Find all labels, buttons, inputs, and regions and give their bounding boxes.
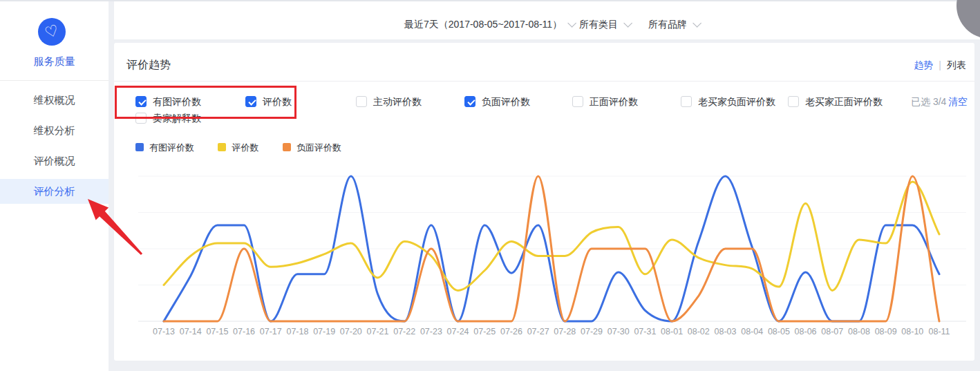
filter-repeat-buyer-negative[interactable]: 老买家负面评价数 <box>681 96 775 107</box>
legend-swatch-icon <box>135 143 144 151</box>
x-axis-label: 08-04 <box>741 327 763 336</box>
checkbox-icon[interactable] <box>356 96 367 107</box>
x-axis-label: 08-05 <box>768 327 790 336</box>
service-quality-icon: ♡ <box>38 18 66 46</box>
x-axis-label: 08-01 <box>661 327 683 336</box>
heart-icon: ♡ <box>43 22 61 41</box>
checkbox-icon[interactable] <box>135 96 147 107</box>
x-axis-label: 07-23 <box>420 327 442 336</box>
toggle-trend[interactable]: 趋势 <box>914 59 933 70</box>
x-axis-label: 07-13 <box>153 327 175 336</box>
date-range-value: 最近7天（2017-08-05~2017-08-11） <box>404 19 562 30</box>
filter-label: 正面评价数 <box>590 96 638 107</box>
clear-selection-link[interactable]: 清空 <box>948 96 968 108</box>
x-axis-label: 07-26 <box>500 327 522 336</box>
filter-review-count[interactable]: 评价数 <box>245 96 292 107</box>
page: ♡ 服务质量 维权概况 维权分析 评价概况 评价分析 最近7天（2017-08-… <box>0 0 980 371</box>
x-axis-label: 07-20 <box>340 327 362 336</box>
trend-line-chart: 07-1307-1407-1507-1607-1707-1807-1907-20… <box>138 166 966 344</box>
x-axis-label: 07-22 <box>393 327 415 336</box>
x-axis-label: 07-24 <box>447 327 469 336</box>
panel-divider <box>114 81 974 82</box>
x-axis-label: 07-21 <box>367 327 389 336</box>
filter-label: 评价数 <box>263 96 292 107</box>
toggle-separator: | <box>939 59 941 70</box>
sidebar-item-review-overview[interactable]: 评价概况 <box>0 149 109 173</box>
date-range-dropdown[interactable]: 最近7天（2017-08-05~2017-08-11） <box>404 19 574 31</box>
legend-label: 负面评价数 <box>296 142 341 153</box>
filter-label: 有图评价数 <box>153 96 201 107</box>
selected-count: 已选 3/4 <box>911 96 946 108</box>
x-axis-label: 07-14 <box>180 327 202 336</box>
filter-repeat-buyer-positive[interactable]: 老买家正面评价数 <box>788 96 883 107</box>
x-axis-label: 07-27 <box>527 327 549 336</box>
review-trend-panel: 评价趋势 趋势|列表 有图评价数 评价数 主动评价数 负面评价数 正面评价数 老… <box>114 43 974 361</box>
x-axis-label: 07-16 <box>233 327 255 336</box>
chart-legend: 有图评价数 评价数 负面评价数 <box>135 141 362 151</box>
x-axis-label: 07-19 <box>313 327 335 336</box>
filter-label: 老买家正面评价数 <box>805 96 883 107</box>
sidebar-divider <box>0 80 109 81</box>
x-axis-label: 07-17 <box>260 327 282 336</box>
category-value: 所有类目 <box>579 19 618 30</box>
brand-value: 所有品牌 <box>648 19 687 30</box>
sidebar-item-weiquan-overview[interactable]: 维权概况 <box>0 88 109 113</box>
x-axis-label: 07-15 <box>206 327 228 336</box>
panel-title: 评价趋势 <box>126 58 171 73</box>
legend-swatch-icon <box>283 143 291 151</box>
x-axis-label: 08-06 <box>795 327 817 336</box>
x-axis-label: 08-07 <box>821 327 843 336</box>
checkbox-icon[interactable] <box>788 96 799 107</box>
sidebar-item-weiquan-analysis[interactable]: 维权分析 <box>0 118 109 143</box>
sidebar-item-review-analysis[interactable]: 评价分析 <box>0 179 109 204</box>
filter-label: 卖家解释数 <box>153 113 201 124</box>
brand-dropdown[interactable]: 所有品牌 <box>648 19 699 31</box>
chevron-down-icon <box>567 19 576 28</box>
legend-label: 评价数 <box>232 142 258 153</box>
legend-swatch-icon <box>218 143 226 151</box>
sidebar-title: 服务质量 <box>0 55 109 68</box>
filter-label: 老买家负面评价数 <box>698 96 775 107</box>
filter-active-reviews[interactable]: 主动评价数 <box>356 96 422 107</box>
x-axis-label: 08-11 <box>928 327 950 336</box>
checkbox-icon[interactable] <box>572 96 583 107</box>
filter-with-image-reviews[interactable]: 有图评价数 <box>135 96 201 107</box>
x-axis-label: 08-10 <box>901 327 923 336</box>
checkbox-icon[interactable] <box>245 96 256 107</box>
view-toggle: 趋势|列表 <box>914 59 966 72</box>
topbar: 最近7天（2017-08-05~2017-08-11） 所有类目 所有品牌 <box>114 1 980 39</box>
x-axis-label: 07-29 <box>581 327 603 336</box>
filter-positive-reviews[interactable]: 正面评价数 <box>572 96 638 107</box>
x-axis-label: 07-25 <box>473 327 496 336</box>
legend-item-with-image-reviews[interactable]: 有图评价数 <box>135 142 194 154</box>
x-axis-label: 07-30 <box>607 327 630 336</box>
filter-seller-explanations[interactable]: 卖家解释数 <box>135 113 201 124</box>
x-axis-label: 07-31 <box>634 327 656 336</box>
x-axis-label: 07-18 <box>286 327 308 336</box>
filter-label: 主动评价数 <box>373 96 422 107</box>
legend-item-negative-reviews[interactable]: 负面评价数 <box>283 142 341 154</box>
filter-label: 负面评价数 <box>482 96 530 107</box>
x-axis-label: 07-28 <box>554 327 576 336</box>
sidebar: ♡ 服务质量 维权概况 维权分析 评价概况 评价分析 <box>0 1 109 371</box>
filter-negative-reviews[interactable]: 负面评价数 <box>464 96 530 107</box>
chevron-down-icon <box>623 19 632 28</box>
x-axis-label: 08-03 <box>714 327 736 336</box>
category-dropdown[interactable]: 所有类目 <box>579 19 630 31</box>
toggle-list[interactable]: 列表 <box>947 59 966 70</box>
checkbox-icon[interactable] <box>135 113 147 124</box>
legend-item-review-count[interactable]: 评价数 <box>218 142 258 154</box>
chevron-down-icon <box>692 19 701 28</box>
sidebar-menu: 维权概况 维权分析 评价概况 评价分析 <box>0 88 109 209</box>
checkbox-icon[interactable] <box>464 96 475 107</box>
legend-label: 有图评价数 <box>149 142 194 153</box>
x-axis-label: 08-09 <box>875 327 897 336</box>
checkbox-icon[interactable] <box>681 96 692 107</box>
x-axis-label: 08-02 <box>688 327 710 336</box>
x-axis-label: 08-08 <box>848 327 870 336</box>
